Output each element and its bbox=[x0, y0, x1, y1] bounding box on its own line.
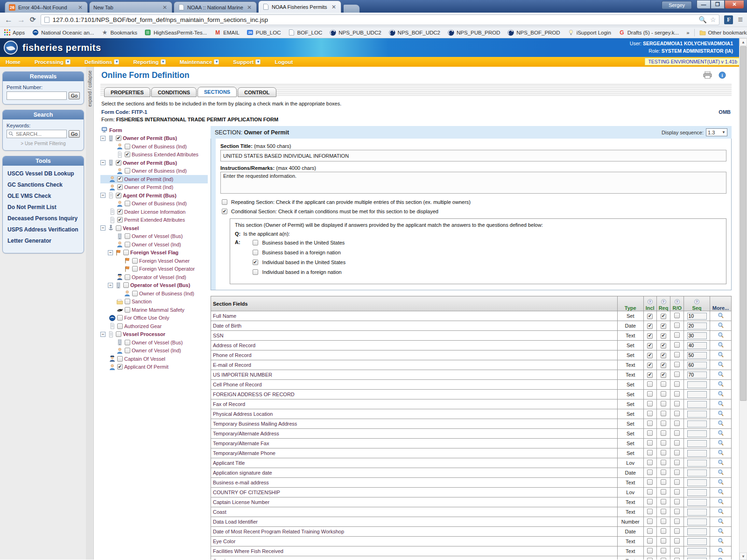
ro-checkbox[interactable] bbox=[674, 548, 680, 553]
display-sequence-select[interactable]: 1.3▼ bbox=[706, 128, 727, 136]
magnifier-icon[interactable] bbox=[718, 549, 724, 555]
tab-control[interactable]: CONTROL bbox=[238, 87, 276, 97]
tree-checkbox[interactable] bbox=[116, 225, 121, 231]
bookmark-item[interactable]: iSupport Login bbox=[568, 29, 611, 36]
incl-checkbox[interactable] bbox=[647, 372, 653, 378]
tree-collapse-icon[interactable]: − bbox=[100, 225, 106, 231]
tool-link[interactable]: USPS Address Verification bbox=[7, 226, 79, 233]
ro-checkbox[interactable] bbox=[674, 450, 680, 455]
other-bookmarks[interactable]: Other bookmarks bbox=[699, 29, 747, 36]
browser-tab[interactable]: NOAA :: National Marine F✕ bbox=[174, 1, 257, 13]
ro-checkbox[interactable] bbox=[674, 479, 680, 485]
bookmark-star-icon[interactable]: ☆ bbox=[710, 16, 716, 23]
tree-checkbox[interactable] bbox=[123, 250, 129, 255]
seq-input[interactable] bbox=[687, 558, 707, 560]
ro-checkbox[interactable] bbox=[674, 322, 680, 328]
seq-input[interactable] bbox=[687, 371, 707, 378]
nav-dropdown-icon[interactable]: ▼ bbox=[255, 59, 261, 64]
nav-item-definitions[interactable]: Definitions▼ bbox=[85, 59, 119, 65]
instructions-textarea[interactable] bbox=[220, 172, 726, 194]
incl-checkbox[interactable] bbox=[647, 548, 653, 553]
tree-item[interactable]: −Operator of Vessel (Bus) bbox=[100, 281, 208, 290]
seq-input[interactable] bbox=[687, 420, 707, 427]
seq-input[interactable] bbox=[687, 313, 707, 320]
req-checkbox[interactable] bbox=[661, 548, 666, 553]
req-checkbox[interactable] bbox=[661, 558, 666, 560]
seq-input[interactable] bbox=[687, 411, 707, 418]
incl-checkbox[interactable] bbox=[647, 499, 653, 504]
req-checkbox[interactable] bbox=[661, 479, 666, 485]
ro-checkbox[interactable] bbox=[674, 371, 680, 377]
magnifier-icon[interactable] bbox=[718, 441, 724, 447]
bookmark-item[interactable]: HighSeasPermit-Tes... bbox=[145, 29, 207, 36]
tree-checkbox[interactable] bbox=[125, 233, 130, 239]
incl-checkbox[interactable] bbox=[647, 489, 653, 495]
bookmark-item[interactable]: 26PUB_LOC bbox=[247, 29, 281, 36]
tree-checkbox[interactable] bbox=[117, 364, 123, 370]
tree-item[interactable]: Owner of Business (Ind) bbox=[100, 289, 208, 298]
ro-checkbox[interactable] bbox=[674, 509, 680, 514]
url-text[interactable]: 127.0.0.1:7101/NPS_BOF/bof_form_def/nps_… bbox=[53, 16, 696, 23]
tree-item[interactable]: Sanction bbox=[100, 298, 208, 306]
tree-checkbox[interactable] bbox=[125, 152, 130, 157]
tree-checkbox[interactable] bbox=[116, 135, 121, 141]
tree-checkbox[interactable] bbox=[116, 331, 121, 337]
nav-item-logout[interactable]: Logout bbox=[275, 59, 293, 65]
tab-sections[interactable]: SECTIONS bbox=[197, 87, 237, 97]
seq-input[interactable] bbox=[687, 450, 707, 457]
seq-input[interactable] bbox=[687, 342, 707, 349]
req-checkbox[interactable] bbox=[661, 450, 666, 455]
req-checkbox[interactable] bbox=[661, 343, 666, 349]
tree-collapse-icon[interactable]: − bbox=[100, 160, 106, 165]
magnifier-icon[interactable] bbox=[718, 451, 724, 457]
nav-dropdown-icon[interactable]: ▼ bbox=[214, 59, 219, 64]
seq-input[interactable] bbox=[687, 332, 707, 339]
help-icon[interactable]: ? bbox=[675, 299, 680, 304]
tree-item[interactable]: Owner of Vessel (Ind) bbox=[100, 240, 208, 249]
extension-f-icon[interactable]: F bbox=[724, 15, 733, 24]
new-tab-button[interactable] bbox=[344, 5, 359, 13]
req-checkbox[interactable] bbox=[661, 353, 666, 358]
bookmark-item[interactable]: GDrafts (5) - sergey.k... bbox=[619, 29, 679, 36]
seq-input[interactable] bbox=[687, 440, 707, 447]
req-checkbox[interactable] bbox=[661, 489, 666, 495]
req-checkbox[interactable] bbox=[661, 460, 666, 465]
bookmarks-overflow-chevron[interactable]: » bbox=[686, 30, 689, 35]
req-checkbox[interactable] bbox=[661, 333, 666, 339]
tree-item[interactable]: Owner of Permit (Ind) bbox=[100, 183, 208, 192]
nav-item-reporting[interactable]: Reporting▼ bbox=[133, 59, 165, 65]
magnifier-icon[interactable] bbox=[718, 432, 724, 437]
tree-item[interactable]: −Vessel bbox=[100, 224, 208, 232]
req-checkbox[interactable] bbox=[661, 381, 666, 387]
tree-root[interactable]: Form bbox=[100, 126, 208, 134]
tree-checkbox[interactable] bbox=[117, 356, 123, 362]
tree-checkbox[interactable] bbox=[117, 184, 123, 190]
incl-checkbox[interactable] bbox=[647, 391, 653, 397]
tab-close-icon[interactable]: ✕ bbox=[246, 5, 253, 10]
tree-item[interactable]: Applicant Of Permit bbox=[100, 363, 208, 371]
ro-checkbox[interactable] bbox=[674, 313, 680, 318]
magnifier-icon[interactable] bbox=[718, 422, 724, 427]
browser-tab[interactable]: 26Error 404--Not Found✕ bbox=[5, 1, 88, 13]
req-checkbox[interactable] bbox=[661, 538, 666, 544]
ro-checkbox[interactable] bbox=[674, 538, 680, 544]
ro-checkbox[interactable] bbox=[674, 499, 680, 504]
reload-icon[interactable]: ⟳ bbox=[30, 15, 36, 24]
magnifier-icon[interactable] bbox=[718, 481, 724, 486]
conditional-section-checkbox[interactable] bbox=[222, 209, 227, 214]
req-checkbox[interactable] bbox=[661, 372, 666, 378]
tree-collapse-icon[interactable]: − bbox=[108, 250, 113, 255]
section-title-input[interactable] bbox=[220, 150, 726, 161]
tree-checkbox[interactable] bbox=[123, 282, 129, 288]
incl-checkbox[interactable] bbox=[647, 440, 653, 446]
answer-checkbox[interactable] bbox=[253, 250, 258, 255]
req-checkbox[interactable] bbox=[661, 323, 666, 329]
tree-checkbox[interactable] bbox=[117, 176, 123, 182]
req-checkbox[interactable] bbox=[661, 420, 666, 426]
tree-checkbox[interactable] bbox=[117, 315, 123, 321]
ro-checkbox[interactable] bbox=[674, 391, 680, 397]
req-checkbox[interactable] bbox=[661, 314, 666, 319]
vertical-scrollbar[interactable]: ▲ ▼ bbox=[739, 38, 747, 560]
scroll-thumb[interactable] bbox=[740, 46, 747, 401]
req-checkbox[interactable] bbox=[661, 411, 666, 416]
